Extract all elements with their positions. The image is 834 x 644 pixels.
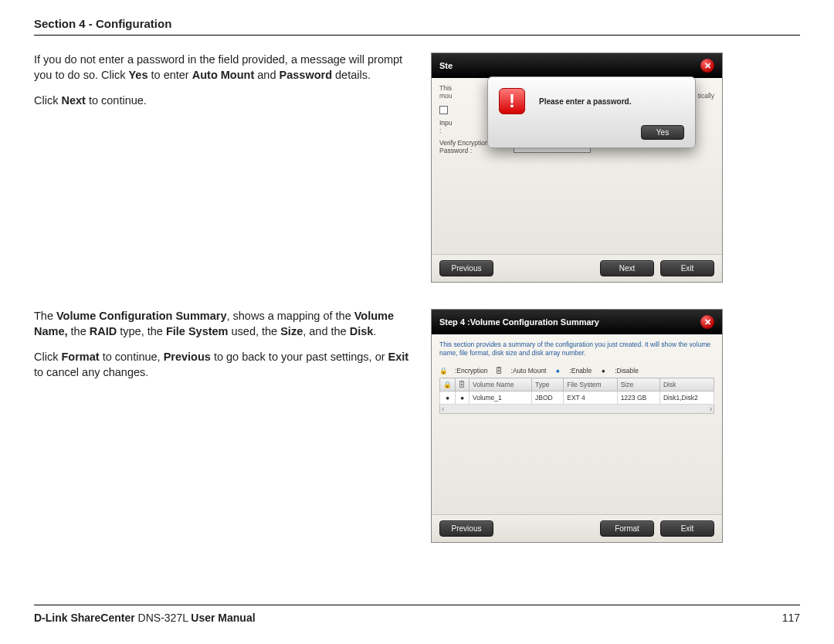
- next-button[interactable]: Next: [600, 260, 654, 276]
- text-bold: Previous: [164, 351, 211, 363]
- body-paragraph-3: The Volume Configuration Summary, shows …: [34, 309, 412, 339]
- cell-mount-icon: ●: [456, 391, 470, 405]
- text-bold: Volume Configuration Summary: [56, 310, 226, 322]
- scroll-right-icon[interactable]: ›: [710, 405, 712, 413]
- legend-automount: :Auto Mount: [511, 367, 547, 375]
- text-bold: Password: [280, 69, 333, 81]
- col-filesystem: File System: [564, 378, 617, 391]
- text: to enter: [148, 69, 192, 81]
- cell-fs: EXT 4: [564, 391, 617, 405]
- text-bold: Next: [61, 94, 85, 107]
- summary-description: This section provides a summary of the c…: [439, 341, 714, 358]
- automount-checkbox[interactable]: [439, 106, 448, 114]
- text-bold: File System: [166, 325, 229, 337]
- footer-brand: D-Link ShareCenter DNS-327L User Manual: [34, 612, 256, 624]
- section-title: Section 4 - Configuration: [34, 17, 800, 30]
- modal-yes-button[interactable]: Yes: [641, 125, 684, 140]
- warning-icon: !: [499, 88, 525, 114]
- text: .: [373, 325, 376, 337]
- col-enc-icon: 🔒: [440, 378, 456, 391]
- text: the: [68, 325, 90, 337]
- text-bold: D-Link ShareCenter: [34, 612, 135, 624]
- text: to cancel any changes.: [34, 366, 148, 378]
- text: tically: [698, 92, 714, 100]
- legend: 🔒:Encryption 🗄:Auto Mount ●:Enable ●:Dis…: [439, 367, 714, 375]
- disable-icon: ●: [599, 367, 607, 375]
- automount-icon: 🗄: [496, 367, 503, 375]
- enable-icon: ●: [554, 367, 561, 375]
- body-paragraph-1: If you do not enter a password in the fi…: [34, 53, 412, 83]
- page-number: 117: [782, 612, 800, 624]
- exit-button[interactable]: Exit: [660, 260, 714, 276]
- text: to go back to your past settings, or: [211, 351, 388, 363]
- text-bold: Exit: [388, 351, 409, 363]
- volume-summary-table: 🔒 🗄 Volume Name Type File System Size Di…: [439, 378, 714, 405]
- previous-button[interactable]: Previous: [439, 520, 493, 537]
- text: , and the: [303, 325, 349, 337]
- previous-button[interactable]: Previous: [439, 260, 493, 276]
- screenshot-password-prompt: Ste ✕ This mou tically Inpu: Verify Encr…: [431, 53, 723, 283]
- text: This: [439, 84, 452, 92]
- cell-type: JBOD: [532, 391, 564, 405]
- text: and: [254, 69, 279, 81]
- text: Click: [34, 351, 61, 363]
- col-volume-name: Volume Name: [470, 378, 532, 391]
- col-type: Type: [532, 378, 564, 391]
- table-row[interactable]: ● ● Volume_1 JBOD EXT 4 1223 GB Disk1,Di…: [440, 391, 714, 405]
- cell-size: 1223 GB: [617, 391, 659, 405]
- dialog-title: Ste: [439, 61, 453, 70]
- text-bold: User Manual: [191, 612, 255, 624]
- text: Click: [34, 94, 61, 107]
- text-bold: Format: [61, 351, 99, 363]
- text-bold: Disk: [350, 325, 374, 337]
- legend-enable: :Enable: [569, 367, 592, 375]
- text-bold: Auto Mount: [192, 69, 255, 81]
- text: , shows a mapping of the: [227, 310, 354, 322]
- body-paragraph-2: Click Next to continue.: [34, 93, 412, 109]
- table-scrollbar[interactable]: ‹›: [439, 405, 714, 414]
- text: mou: [439, 92, 453, 100]
- scroll-left-icon[interactable]: ‹: [442, 405, 444, 413]
- format-button[interactable]: Format: [600, 520, 654, 537]
- cell-enc-icon: ●: [440, 391, 456, 405]
- text: type, the: [117, 325, 166, 337]
- text: The: [34, 310, 56, 322]
- body-paragraph-4: Click Format to continue, Previous to go…: [34, 350, 412, 380]
- text-bold: RAID: [90, 325, 117, 337]
- close-icon[interactable]: ✕: [700, 315, 714, 329]
- col-disk: Disk: [659, 378, 714, 391]
- text: to continue,: [100, 351, 164, 363]
- exit-button[interactable]: Exit: [660, 520, 714, 537]
- legend-encryption: :Encryption: [455, 367, 488, 375]
- close-icon[interactable]: ✕: [700, 59, 714, 73]
- text: DNS-327L: [135, 612, 192, 624]
- text: details.: [332, 69, 371, 81]
- text-bold: Size: [280, 325, 303, 337]
- col-size: Size: [617, 378, 659, 391]
- text-bold: Yes: [129, 69, 148, 81]
- modal-message: Please enter a password.: [539, 97, 632, 106]
- password-required-modal: ! Please enter a password. Yes: [487, 76, 696, 148]
- legend-disable: :Disable: [615, 367, 639, 375]
- dialog-title: Step 4 :Volume Configuration Summary: [439, 317, 599, 327]
- screenshot-volume-summary: Step 4 :Volume Configuration Summary ✕ T…: [431, 309, 723, 543]
- lock-icon: 🔒: [439, 367, 447, 375]
- col-mount-icon: 🗄: [456, 378, 470, 391]
- cell-disk: Disk1,Disk2: [659, 391, 714, 405]
- text: used, the: [228, 325, 280, 337]
- cell-volume-name: Volume_1: [470, 391, 532, 405]
- text: to continue.: [86, 94, 147, 107]
